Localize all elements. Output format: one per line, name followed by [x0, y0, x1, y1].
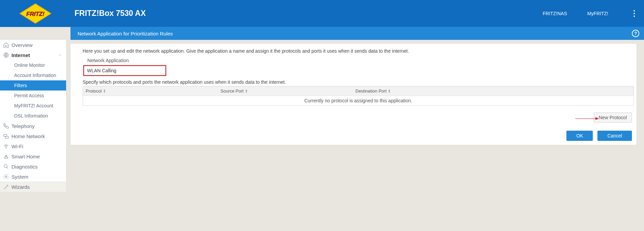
sort-icon: ▲▼	[103, 89, 106, 93]
svg-rect-3	[4, 134, 7, 136]
sidebar-item-account-information[interactable]: Account Information	[0, 70, 66, 80]
sidebar-item-label: Account Information	[14, 73, 56, 78]
sidebar-item-diagnostics[interactable]: Diagnostics	[0, 161, 66, 172]
col-label: Destination Port	[355, 88, 387, 94]
sidebar-item-myfritz-account[interactable]: MyFRITZ! Account	[0, 101, 66, 111]
network-application-label: Network Application	[87, 58, 632, 63]
svg-point-5	[6, 148, 6, 149]
cancel-button[interactable]: Cancel	[597, 131, 632, 141]
chevron-up-icon	[58, 52, 62, 58]
sidebar-item-home-network[interactable]: Home Network	[0, 131, 66, 141]
table-empty-row: Currently no protocol is assigned to thi…	[83, 96, 634, 105]
content-pane: Here you set up and edit the network app…	[70, 43, 637, 145]
ok-button[interactable]: OK	[566, 131, 593, 141]
sort-icon: ▲▼	[388, 89, 391, 93]
sidebar-item-dsl-information[interactable]: DSL Information	[0, 111, 66, 121]
new-protocol-button[interactable]: New Protocol	[594, 112, 632, 123]
house-icon	[3, 42, 9, 48]
network-application-input[interactable]	[84, 66, 166, 75]
myfritz-link[interactable]: MyFRITZ!	[587, 11, 608, 16]
sidebar-item-telephony[interactable]: Telephony	[0, 121, 66, 131]
svg-rect-4	[5, 136, 8, 138]
fritz-logo: FRITZ!	[0, 3, 70, 24]
sidebar-item-label: Telephony	[11, 123, 34, 129]
page-title: Network Application for Prioritization R…	[78, 31, 173, 36]
globe-icon	[3, 52, 9, 58]
intro-text: Here you set up and edit the network app…	[83, 48, 632, 54]
nas-link[interactable]: FRITZ!NAS	[543, 11, 567, 16]
sidebar-item-label: Online Monitor	[14, 62, 45, 68]
sidebar-item-label: Home Network	[11, 133, 45, 139]
gear-icon	[3, 173, 9, 180]
wand-icon	[3, 184, 9, 190]
sidebar-item-online-monitor[interactable]: Online Monitor	[0, 60, 66, 70]
sidebar-item-label: Permit Access	[14, 93, 44, 98]
sidebar-item-system[interactable]: System	[0, 172, 66, 182]
protocol-table: Protocol ▲▼ Source Port ▲▼ Destination P…	[83, 86, 634, 106]
sidebar-item-label: MyFRITZ! Account	[14, 103, 53, 108]
top-nav: FRITZ!NAS MyFRITZ!	[543, 8, 644, 19]
svg-rect-7	[5, 157, 8, 159]
network-icon	[3, 133, 9, 139]
phone-icon	[3, 123, 9, 129]
diagnostics-icon	[3, 163, 9, 170]
sidebar-item-overview[interactable]: Overview	[0, 40, 66, 50]
kebab-dot-icon	[634, 16, 635, 17]
sidebar-item-label: DSL Information	[14, 113, 48, 119]
device-title: FRITZ!Box 7530 AX	[75, 9, 146, 18]
protocol-desc-text: Specify which protocols and ports the ne…	[83, 79, 632, 85]
smart-home-icon	[3, 153, 9, 160]
fritz-logo-icon: FRITZ!	[19, 3, 52, 24]
svg-point-6	[5, 155, 7, 157]
sidebar: Overview Internet Online Monitor Account…	[0, 40, 66, 192]
svg-point-8	[4, 164, 7, 168]
sidebar-item-label: Smart Home	[11, 154, 40, 159]
sidebar-item-label: Diagnostics	[11, 164, 38, 170]
sidebar-item-label: Overview	[11, 42, 33, 48]
sidebar-item-permit-access[interactable]: Permit Access	[0, 91, 66, 101]
col-source-port[interactable]: Source Port ▲▼	[218, 88, 353, 94]
kebab-dot-icon	[634, 13, 635, 14]
sidebar-item-filters[interactable]: Filters	[0, 80, 66, 91]
sidebar-item-label: System	[11, 174, 28, 180]
sidebar-item-wifi[interactable]: Wi-Fi	[0, 141, 66, 151]
sidebar-item-label: Filters	[14, 83, 27, 88]
sidebar-item-label: Wi-Fi	[11, 144, 23, 149]
svg-point-10	[5, 176, 7, 178]
more-menu-button[interactable]	[628, 8, 640, 19]
table-header: Protocol ▲▼ Source Port ▲▼ Destination P…	[83, 86, 634, 96]
svg-text:FRITZ!: FRITZ!	[26, 11, 45, 17]
sort-icon: ▲▼	[245, 89, 248, 93]
sidebar-item-internet[interactable]: Internet	[0, 50, 66, 60]
col-label: Source Port	[221, 88, 244, 94]
col-destination-port[interactable]: Destination Port ▲▼	[353, 88, 488, 94]
sidebar-item-label: Internet	[11, 52, 30, 58]
kebab-dot-icon	[634, 10, 635, 11]
svg-line-9	[7, 167, 8, 169]
col-label: Protocol	[86, 88, 102, 94]
wifi-icon	[3, 143, 9, 150]
sidebar-item-wizards[interactable]: Wizards	[0, 182, 66, 192]
col-protocol[interactable]: Protocol ▲▼	[83, 88, 218, 94]
sidebar-item-smart-home[interactable]: Smart Home	[0, 151, 66, 161]
help-button[interactable]: ?	[632, 30, 639, 37]
app-header: FRITZ! FRITZ!Box 7530 AX FRITZ!NAS MyFRI…	[0, 0, 644, 27]
page-subheader: Network Application for Prioritization R…	[70, 27, 644, 40]
sidebar-item-label: Wizards	[11, 184, 30, 190]
field-highlight	[83, 65, 166, 76]
